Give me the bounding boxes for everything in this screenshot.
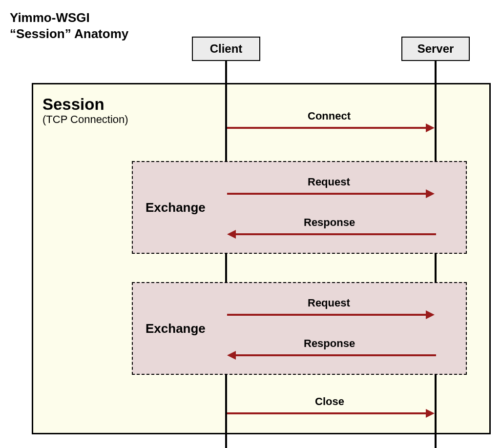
msg-request-2-label: Request	[308, 297, 350, 309]
participant-client: Client	[192, 37, 260, 61]
msg-response-1-label: Response	[304, 216, 355, 229]
msg-close-label: Close	[315, 395, 344, 408]
diagram-title: Yimmo-WSGI “Session” Anatomy	[10, 10, 128, 41]
session-title: Session	[42, 95, 104, 114]
participant-server-label: Server	[418, 42, 454, 56]
title-line-1: Yimmo-WSGI	[10, 10, 128, 26]
msg-response-2-label: Response	[304, 337, 355, 350]
msg-connect-label: Connect	[308, 110, 351, 122]
participant-server: Server	[401, 37, 470, 61]
session-box	[32, 83, 491, 434]
exchange-title-2: Exchange	[146, 321, 206, 336]
lifeline-server	[435, 61, 437, 448]
msg-request-1-label: Request	[308, 176, 350, 188]
sequence-diagram: Yimmo-WSGI “Session” Anatomy Session (TC…	[0, 0, 501, 448]
exchange-title-1: Exchange	[146, 200, 206, 215]
session-subtitle: (TCP Connection)	[42, 113, 128, 126]
title-line-2: “Session” Anatomy	[10, 26, 128, 42]
lifeline-client	[225, 61, 227, 448]
participant-client-label: Client	[210, 42, 243, 56]
